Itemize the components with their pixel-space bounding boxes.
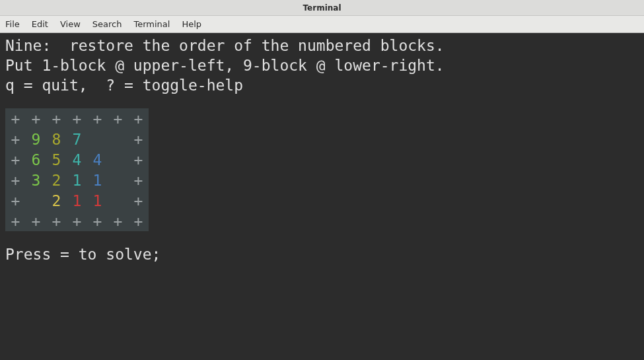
grid-empty-cell bbox=[108, 149, 128, 170]
grid-border-cell: + bbox=[67, 211, 87, 231]
grid-border-cell: + bbox=[128, 108, 149, 129]
grid-number-cell: 7 bbox=[67, 129, 87, 149]
grid-border-cell: + bbox=[108, 108, 128, 129]
grid-empty-cell bbox=[108, 129, 128, 149]
grid-number-cell: 1 bbox=[87, 190, 108, 211]
grid-empty-cell bbox=[108, 170, 128, 190]
menu-search[interactable]: Search bbox=[92, 19, 122, 29]
grid-empty-cell bbox=[87, 129, 108, 149]
grid-border-cell: + bbox=[26, 108, 46, 129]
help-line-2: Put 1-block @ upper-left, 9-block @ lowe… bbox=[5, 55, 644, 75]
grid-number-cell: 3 bbox=[26, 170, 46, 190]
grid-number-cell: 8 bbox=[46, 129, 67, 149]
grid-number-cell: 2 bbox=[46, 170, 67, 190]
grid-border-cell: + bbox=[87, 211, 108, 231]
grid-border-cell: + bbox=[87, 108, 108, 129]
grid-border-cell: + bbox=[5, 170, 26, 190]
grid-number-cell: 1 bbox=[87, 170, 108, 190]
grid-border-cell: + bbox=[5, 211, 26, 231]
puzzle-grid: ++++++++987++6544++3211++211++++++++ bbox=[5, 108, 149, 231]
grid-border-cell: + bbox=[46, 211, 67, 231]
help-line-3: q = quit, ? = toggle-help bbox=[5, 75, 644, 95]
grid-number-cell: 1 bbox=[67, 170, 87, 190]
menu-terminal[interactable]: Terminal bbox=[133, 19, 170, 29]
prompt-line: Press = to solve; bbox=[5, 244, 644, 264]
window-title: Terminal bbox=[303, 3, 341, 13]
menu-file[interactable]: File bbox=[5, 19, 20, 29]
terminal-area[interactable]: Nine: restore the order of the numbered … bbox=[0, 33, 644, 360]
grid-row: +++++++ bbox=[5, 211, 149, 231]
grid-row: +211+ bbox=[5, 190, 149, 211]
grid-border-cell: + bbox=[67, 108, 87, 129]
grid-row: +6544+ bbox=[5, 149, 149, 170]
grid-row: +987+ bbox=[5, 129, 149, 149]
grid-row: +++++++ bbox=[5, 108, 149, 129]
menubar: File Edit View Search Terminal Help bbox=[0, 16, 644, 33]
grid-border-cell: + bbox=[5, 149, 26, 170]
grid-row: +3211+ bbox=[5, 170, 149, 190]
grid-border-cell: + bbox=[128, 211, 149, 231]
window-titlebar: Terminal bbox=[0, 0, 644, 16]
grid-border-cell: + bbox=[5, 108, 26, 129]
grid-number-cell: 2 bbox=[46, 190, 67, 211]
grid-border-cell: + bbox=[128, 170, 149, 190]
grid-border-cell: + bbox=[108, 211, 128, 231]
help-line-1: Nine: restore the order of the numbered … bbox=[5, 36, 644, 55]
grid-border-cell: + bbox=[5, 129, 26, 149]
grid-border-cell: + bbox=[128, 129, 149, 149]
menu-help[interactable]: Help bbox=[182, 19, 201, 29]
grid-border-cell: + bbox=[128, 149, 149, 170]
grid-border-cell: + bbox=[5, 190, 26, 211]
grid-number-cell: 4 bbox=[87, 149, 108, 170]
grid-number-cell: 4 bbox=[67, 149, 87, 170]
grid-empty-cell bbox=[108, 190, 128, 211]
grid-border-cell: + bbox=[26, 211, 46, 231]
grid-number-cell: 9 bbox=[26, 129, 46, 149]
grid-number-cell: 1 bbox=[67, 190, 87, 211]
grid-number-cell: 6 bbox=[26, 149, 46, 170]
grid-border-cell: + bbox=[128, 190, 149, 211]
grid-border-cell: + bbox=[46, 108, 67, 129]
grid-number-cell: 5 bbox=[46, 149, 67, 170]
grid-empty-cell bbox=[26, 190, 46, 211]
menu-view[interactable]: View bbox=[60, 19, 81, 29]
menu-edit[interactable]: Edit bbox=[32, 19, 48, 29]
